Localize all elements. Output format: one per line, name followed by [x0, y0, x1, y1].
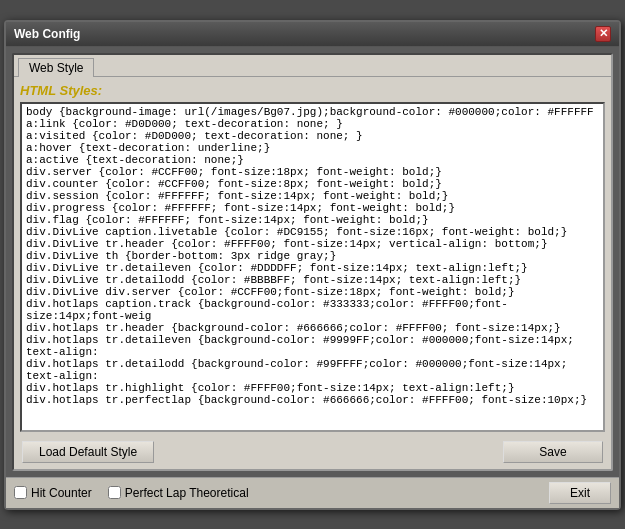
hit-counter-label: Hit Counter: [31, 486, 92, 500]
save-button[interactable]: Save: [503, 441, 603, 463]
tab-content: HTML Styles: Load Default Style Save: [14, 77, 611, 469]
window-body: Web Style HTML Styles: Load Default Styl…: [6, 47, 619, 477]
exit-button[interactable]: Exit: [549, 482, 611, 504]
load-default-button[interactable]: Load Default Style: [22, 441, 154, 463]
perfect-lap-checkbox-item: Perfect Lap Theoretical: [108, 486, 249, 500]
close-button[interactable]: ✕: [595, 26, 611, 42]
perfect-lap-label: Perfect Lap Theoretical: [125, 486, 249, 500]
title-bar: Web Config ✕: [6, 22, 619, 47]
tab-header: Web Style: [14, 55, 611, 77]
window-title: Web Config: [14, 27, 80, 41]
tab-web-style[interactable]: Web Style: [18, 58, 94, 77]
hit-counter-checkbox[interactable]: [14, 486, 27, 499]
hit-counter-checkbox-item: Hit Counter: [14, 486, 92, 500]
html-styles-editor[interactable]: [20, 102, 605, 432]
bottom-buttons: Load Default Style Save: [20, 441, 605, 463]
footer-right: Exit: [549, 482, 611, 504]
section-title: HTML Styles:: [20, 83, 605, 98]
web-config-window: Web Config ✕ Web Style HTML Styles: Load…: [4, 20, 621, 510]
footer: Hit Counter Perfect Lap Theoretical Exit: [6, 477, 619, 508]
perfect-lap-checkbox[interactable]: [108, 486, 121, 499]
tab-container: Web Style HTML Styles: Load Default Styl…: [12, 53, 613, 471]
